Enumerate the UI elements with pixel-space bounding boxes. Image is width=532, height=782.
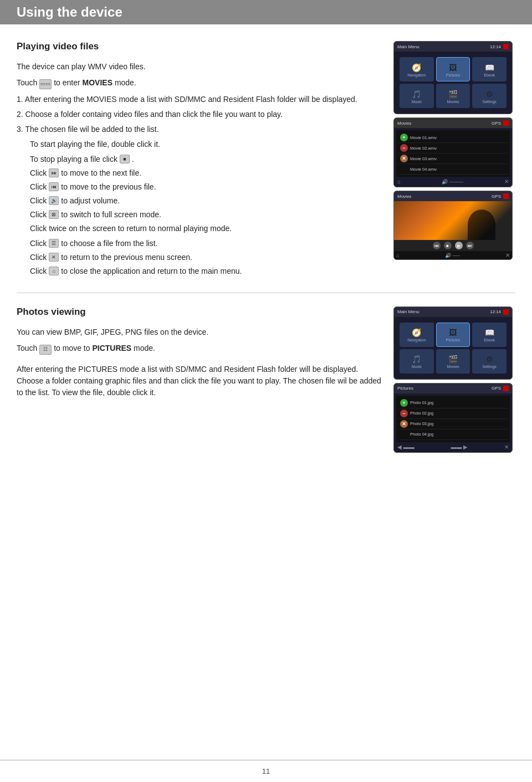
settings2-icon: ⚙ — [486, 355, 493, 364]
pictures-mode-bold: PICTURES — [92, 344, 131, 352]
click-fs-label: Click — [30, 209, 47, 221]
menu-movies: 🎬 Movies — [436, 84, 470, 108]
movie-filename-3: Movie 03.wmv — [410, 156, 506, 161]
section-images-photos: Main Menu 12:14 🧭 Navigation — [393, 306, 515, 453]
photo-row-1: + Photo 01.jpg — [398, 398, 508, 408]
music2-icon: 🎵 — [412, 355, 421, 364]
menu2-navigation: 🧭 Navigation — [400, 323, 434, 347]
intro-wmv: The device can play WMV video files. — [17, 61, 382, 73]
settings-icon: ⚙ — [486, 90, 493, 99]
player-footer: ⌂ 🔊 ── ✕ — [394, 251, 512, 259]
movie-add-btn-1: + — [400, 134, 408, 141]
ebook-icon: 📖 — [485, 63, 494, 72]
step1: 1. After entering the MOVIES mode a list… — [17, 94, 382, 105]
ctrl-prev-btn[interactable]: ⏮ — [433, 242, 441, 249]
main-menu2-right: 12:14 — [490, 309, 509, 315]
movies-footer: ⌂ 🔊 ──── ✕ — [396, 177, 510, 185]
ebook-label: Ebook — [484, 73, 495, 77]
photos-footer: ◀ ▬▬ ▬▬ ▶ ✕ — [396, 442, 510, 450]
click-close-suffix: to close the application and return to t… — [61, 265, 242, 277]
photos-file-list: + Photo 01.jpg − Photo 02.jpg ✕ Photo 03… — [396, 396, 510, 442]
photos-touch-label: Touch — [17, 344, 37, 352]
video-player-body: ⏮ ■ ▶ ⏭ ⌂ 🔊 ── ✕ — [394, 201, 512, 259]
menu-ebook: 📖 Ebook — [472, 57, 507, 81]
touch-mode-end: mode. — [115, 78, 136, 87]
menu2-movies: 🎬 Movies — [436, 349, 470, 374]
click-close-label: Click — [30, 265, 47, 277]
photos-title-text: Pictures — [397, 386, 413, 391]
movies-titlebar-right: GPS — [492, 120, 509, 126]
click-fs-suffix: to switch to full screen mode. — [61, 209, 161, 221]
pictures-icon: 🖼 — [449, 63, 457, 72]
photos-intro1: You can view BMP, GIF, JPEG, PNG files o… — [17, 326, 382, 338]
click-choose-label: Click — [30, 238, 47, 249]
pictures-label: Pictures — [446, 73, 460, 77]
photos-gps: GPS — [492, 386, 501, 391]
step1-text: After entering the MOVIES mode a list wi… — [25, 95, 357, 104]
photos-intro2: Touch ☷ to move to PICTURES mode. — [17, 343, 382, 355]
main-menu-title-text: Main Menu — [397, 44, 420, 49]
movies2-label: Movies — [447, 365, 459, 369]
photo-filename-3: Photo 03.jpg — [410, 421, 506, 426]
menu-pictures: 🖼 Pictures — [436, 57, 470, 81]
page-number: 11 — [262, 767, 270, 775]
click-next-suffix: to move to the next file. — [61, 167, 141, 179]
main-menu2-titlebar: Main Menu 12:14 — [394, 307, 512, 317]
stop-prefix: To stop playing a file click — [30, 154, 117, 165]
movie-filename-2: Movie 02.wmv — [410, 146, 506, 151]
movies-footer-icon: ⌂ — [397, 178, 401, 185]
movies-label: Movies — [447, 100, 459, 104]
settings2-label: Settings — [483, 365, 497, 369]
movies-titlebar: Movies GPS — [394, 118, 512, 128]
movies-gps: GPS — [492, 121, 501, 126]
intro-touch-movies: Touch ▭▭ to enter MOVIES mode. — [17, 77, 382, 89]
stop-dot: . — [132, 154, 134, 165]
touch-label: Touch — [17, 78, 37, 87]
main-content: Playing video files The device can play … — [0, 24, 532, 760]
movies-list-screen: Movies GPS + Movie 01.wmv — [393, 117, 513, 187]
nav2-icon: 🧭 — [412, 328, 421, 337]
main-menu2-grid: 🧭 Navigation 🖼 Pictures 📖 Ebook — [397, 320, 509, 376]
step3-num: 3. — [17, 125, 23, 134]
ebook2-label: Ebook — [484, 338, 495, 342]
ctrl-stop-btn[interactable]: ■ — [444, 242, 452, 249]
nav2-label: Navigation — [407, 338, 426, 342]
movies-file-list: + Movie 01.wmv − Movie 02.wmv ✕ Movie 03… — [396, 130, 510, 177]
player-title-text: Movies — [397, 194, 411, 199]
section-text-photos: Photos viewing You can view BMP, GIF, JP… — [17, 306, 382, 453]
photos-titlebar-right: GPS — [492, 386, 509, 391]
music2-label: Music — [412, 365, 422, 369]
main-menu-screen: Main Menu 12:14 🧭 Navigation — [393, 41, 513, 114]
player-x-icon: ✕ — [505, 252, 510, 258]
step2-text: Choose a folder containg video files and… — [25, 110, 283, 119]
photos-footer-x: ✕ — [504, 444, 509, 450]
photos-body: After entering the PICTURES mode a list … — [17, 364, 382, 398]
prev-icon: ⏮ — [49, 182, 59, 191]
ctrl-play-btn[interactable]: ▶ — [455, 242, 463, 249]
menu2-music: 🎵 Music — [400, 349, 434, 374]
music-icon: 🎵 — [412, 90, 421, 99]
movie-row-4: Movie 04.wmv — [398, 164, 508, 175]
movies-close-btn — [503, 120, 509, 126]
player-home-icon: ⌂ — [396, 252, 400, 258]
next-icon: ⏭ — [49, 168, 59, 177]
main-menu2-title: Main Menu — [397, 309, 420, 314]
click-prev-label: Click — [30, 181, 47, 193]
player-controls: ⏮ ■ ▶ ⏭ — [394, 240, 512, 251]
photo-filename-4: Photo 04.jpg — [410, 432, 506, 437]
main-menu-screen-2: Main Menu 12:14 🧭 Navigation — [393, 306, 513, 380]
photo-add-btn-1: + — [400, 399, 408, 407]
step3b-text: To start playing the file, double click … — [30, 140, 160, 149]
click-return-label: Click — [30, 252, 47, 263]
movie-row-3: ✕ Movie 03.wmv — [398, 154, 508, 164]
main-menu2-close — [503, 309, 509, 315]
ctrl-next-btn[interactable]: ⏭ — [466, 242, 474, 249]
stop-line: To stop playing a file click ■ . — [30, 154, 382, 165]
click-twice-line: Click twice on the screen to return to n… — [30, 223, 382, 234]
main-menu-grid: 🧭 Navigation 🖼 Pictures 📖 Ebook — [397, 55, 509, 110]
pic2-icon: 🖼 — [449, 328, 457, 337]
click-vol-suffix: to adjust volume. — [61, 195, 120, 207]
movies-mode-icon: ▭▭ — [39, 79, 52, 89]
player-titlebar: Movies GPS — [394, 191, 512, 201]
choose-icon: ☰ — [49, 239, 59, 248]
